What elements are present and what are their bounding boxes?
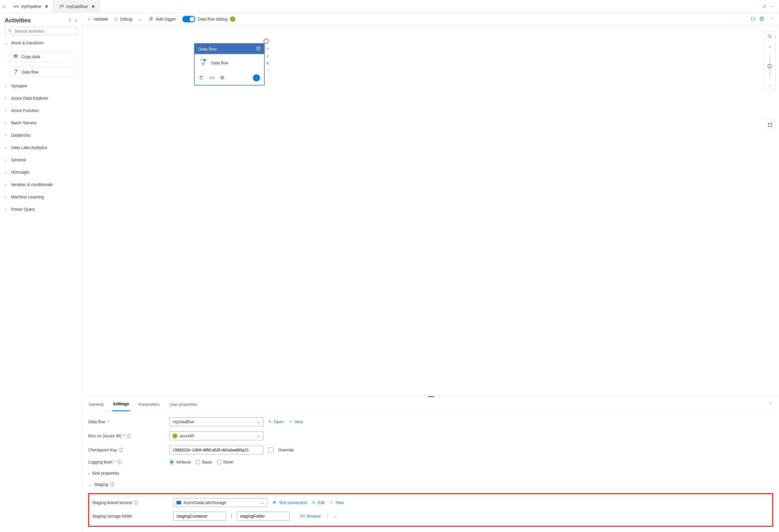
chevron-right-icon: › — [5, 133, 9, 138]
log-none-radio[interactable]: None — [217, 460, 233, 464]
runon-select[interactable]: ✓azureIR ⌄ — [169, 431, 263, 440]
test-connection-button[interactable]: Test connection — [272, 500, 307, 506]
info-icon[interactable]: i — [118, 460, 122, 464]
browse-dropdown[interactable]: ⌄ — [334, 514, 338, 519]
tab-general[interactable]: General — [88, 398, 104, 411]
code-view-icon[interactable]: { } — [751, 16, 755, 22]
chevron-down-icon: ⌄ — [88, 482, 92, 487]
staging-ls-select[interactable]: AzureDataLakeStorage ⌄ — [173, 498, 267, 507]
category-item[interactable]: ›General — [5, 155, 77, 164]
expand-rail-button[interactable]: » — [0, 4, 8, 9]
zoom-in-icon[interactable]: ＋ — [765, 42, 775, 52]
debug-dropdown[interactable]: ⌄ — [139, 17, 142, 21]
skip-connector-icon[interactable]: → — [266, 68, 270, 73]
log-verbose-radio[interactable]: Verbose — [169, 460, 191, 464]
category-move-transform[interactable]: ⌄ Move & transform — [5, 38, 77, 48]
redo-icon[interactable]: ↷ — [266, 47, 270, 52]
staging-folder-input[interactable] — [237, 512, 290, 521]
run-icon[interactable]: → — [253, 74, 260, 81]
category-item[interactable]: ›Azure Data Explorer — [5, 93, 77, 103]
node-title: Data flow — [198, 47, 217, 52]
chevron-right-icon: › — [5, 121, 9, 125]
category-item[interactable]: ›Synapse — [5, 81, 77, 90]
more-icon[interactable]: ⋯ — [770, 16, 774, 22]
drag-handle-icon: ⋮⋮ — [68, 55, 75, 59]
info-icon[interactable]: i — [119, 448, 123, 452]
category-item[interactable]: ›Azure Function — [5, 106, 77, 115]
checkpoint-input[interactable] — [169, 446, 263, 454]
debug-toggle[interactable]: Data flow debug ✓ — [182, 16, 235, 22]
error-badge-icon — [263, 39, 269, 44]
more-icon[interactable]: ⋯ — [770, 4, 775, 9]
open-external-icon[interactable] — [256, 46, 260, 52]
new-dataflow-button[interactable]: ＋New — [289, 419, 303, 424]
dataflow-node[interactable]: Data flow Data flow — [194, 43, 265, 85]
info-icon[interactable]: i — [110, 482, 114, 486]
chevron-right-icon: › — [5, 157, 9, 162]
debug-button[interactable]: ▷ Debug — [115, 17, 132, 21]
collapse-categories-icon[interactable] — [68, 18, 72, 23]
category-item[interactable]: ›Batch Service — [5, 118, 77, 128]
category-item[interactable]: ›Machine Learning — [5, 192, 77, 202]
chevron-right-icon: › — [5, 170, 9, 175]
activity-data-flow[interactable]: Data flow ⋮⋮ — [9, 67, 77, 77]
tab-mypipeline[interactable]: myPipeline — [8, 0, 53, 13]
collapse-sidebar-icon[interactable]: « — [75, 18, 77, 23]
zoom-slider[interactable] — [770, 55, 770, 78]
pipeline-canvas[interactable]: Data flow Data flow — [82, 25, 779, 396]
add-trigger-button[interactable]: Add trigger — [149, 16, 176, 22]
tab-settings[interactable]: Settings — [112, 397, 130, 411]
staging-container-input[interactable] — [173, 512, 226, 521]
open-dataflow-button[interactable]: ✎Open — [268, 419, 284, 424]
svg-rect-0 — [14, 6, 15, 7]
checkpoint-label: Checkpoint Key — [88, 448, 117, 452]
maximize-icon[interactable]: ⤢ — [762, 4, 766, 9]
log-basic-radio[interactable]: Basic — [195, 460, 212, 464]
svg-rect-1 — [17, 6, 18, 7]
tab-user-properties[interactable]: User properties — [169, 398, 198, 411]
chevron-right-icon: › — [5, 96, 9, 101]
chevron-down-icon: ⌄ — [5, 41, 9, 45]
browse-button[interactable]: Browse — [300, 514, 321, 519]
chevron-right-icon: › — [5, 207, 9, 212]
success-connector-icon[interactable]: ✓ — [266, 54, 270, 59]
tab-parameters[interactable]: Parameters — [138, 398, 160, 411]
info-icon[interactable]: i — [134, 501, 138, 505]
staging-section[interactable]: ⌄ Staging i — [88, 481, 773, 487]
category-item[interactable]: ›Databricks — [5, 131, 77, 140]
collapse-panel-icon[interactable]: ⌃ — [768, 398, 773, 411]
svg-marker-10 — [201, 63, 205, 66]
runon-label: Run on (Azure IR) — [88, 434, 121, 438]
category-item[interactable]: ›HDInsight — [5, 168, 77, 177]
fit-to-screen-icon[interactable] — [765, 120, 775, 130]
tab-mydataflow[interactable]: myDataflow — [53, 0, 100, 13]
fail-connector-icon[interactable]: ✕ — [266, 61, 270, 66]
delete-icon[interactable] — [199, 75, 203, 81]
svg-rect-13 — [221, 76, 223, 78]
info-icon[interactable]: i — [126, 434, 131, 438]
new-ls-button[interactable]: ＋New — [329, 500, 344, 505]
code-icon[interactable]: </> — [209, 75, 215, 80]
category-item[interactable]: ›Data Lake Analytics — [5, 143, 77, 152]
dirty-dot-icon — [45, 5, 48, 8]
validate-button[interactable]: ✓ Validate — [87, 17, 108, 21]
sink-properties-section[interactable]: › Sink properties — [88, 470, 773, 476]
dataflow-node-icon — [199, 58, 207, 67]
chevron-down-icon: ⌄ — [260, 500, 264, 505]
chevron-right-icon: › — [5, 182, 9, 187]
override-checkbox[interactable] — [268, 447, 274, 453]
zoom-out-icon[interactable]: − — [765, 80, 775, 91]
canvas-search-icon[interactable] — [765, 31, 775, 42]
search-icon — [8, 28, 12, 34]
search-activities-input[interactable] — [5, 27, 77, 35]
copy-icon[interactable] — [220, 75, 225, 81]
edit-ls-button[interactable]: ✎Edit — [312, 500, 325, 505]
plus-icon: ＋ — [329, 500, 334, 505]
category-item[interactable]: ›Power Query — [5, 205, 77, 214]
category-item[interactable]: ›Iteration & conditionals — [5, 180, 77, 189]
dataflow-select[interactable]: myDataflow ⌄ — [169, 417, 263, 426]
chevron-down-icon: ⌄ — [257, 419, 260, 424]
logging-label: Logging level — [88, 460, 113, 464]
properties-icon[interactable] — [760, 16, 765, 22]
activity-copy-data[interactable]: Copy data ⋮⋮ — [9, 52, 77, 62]
